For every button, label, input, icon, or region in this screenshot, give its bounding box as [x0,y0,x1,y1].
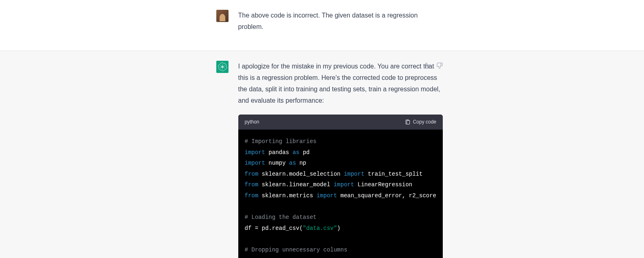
code-block: python Copy code # Importing librariesim… [238,115,443,258]
user-message-block: The above code is incorrect. The given d… [0,0,644,51]
user-message-content: The above code is incorrect. The given d… [238,10,428,41]
copy-code-button[interactable]: Copy code [405,118,436,126]
assistant-message-block: I apologize for the mistake in my previo… [0,51,644,258]
thumbs-up-button[interactable] [422,61,431,71]
assistant-avatar [216,61,229,73]
thumbs-down-button[interactable] [435,61,444,71]
svg-rect-1 [407,120,409,124]
user-avatar [216,10,229,22]
thumbs-down-icon [436,62,443,69]
code-language-label: python [245,118,259,126]
code-body[interactable]: # Importing librariesimport pandas as pd… [238,130,443,258]
code-header: python Copy code [238,115,443,130]
thumbs-up-icon [423,62,430,69]
clipboard-icon [405,119,411,126]
copy-code-label: Copy code [413,118,436,126]
assistant-message-text: I apologize for the mistake in my previo… [238,61,443,106]
user-message-text: The above code is incorrect. The given d… [238,10,428,33]
assistant-message-content: I apologize for the mistake in my previo… [238,61,443,258]
feedback-buttons [422,61,444,71]
